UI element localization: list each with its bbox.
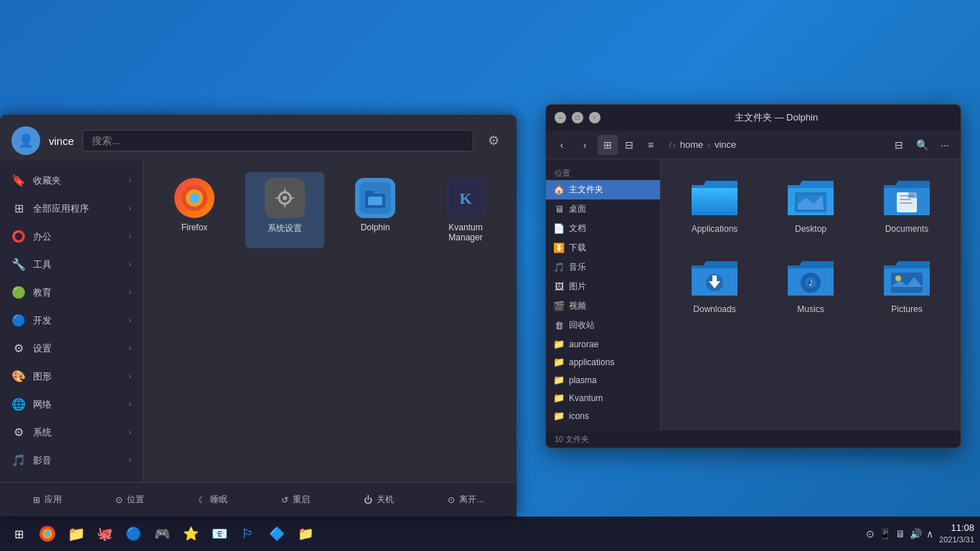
taskbar-dolphin-icon[interactable]: 📁 bbox=[293, 521, 319, 547]
tray-expand-icon[interactable]: ∧ bbox=[926, 528, 933, 540]
folder-item-downloads[interactable]: Downloads bbox=[672, 251, 757, 320]
taskbar-game-icon[interactable]: 🎮 bbox=[149, 521, 175, 547]
system-tray: ⊙ 📱 🖥 🔊 ∧ bbox=[866, 528, 933, 540]
sidebar-item-all-apps[interactable]: ⊞ 全部应用程序 › bbox=[0, 194, 143, 222]
close-button[interactable]: ✕ bbox=[589, 112, 600, 123]
nav-item-plasma[interactable]: 📁 plasma bbox=[546, 371, 660, 389]
nav-item-pictures[interactable]: 🖼 图片 bbox=[546, 277, 660, 296]
footer-logout-button[interactable]: ⊙ 离开... bbox=[440, 489, 491, 510]
status-text: 10 文件夹 bbox=[555, 434, 589, 445]
svg-rect-13 bbox=[365, 191, 374, 195]
minimize-button[interactable]: − bbox=[555, 112, 566, 123]
nav-item-documents[interactable]: 📄 文档 bbox=[546, 219, 660, 238]
taskbar-files-icon[interactable]: 📁 bbox=[63, 521, 89, 547]
app-item-kvantum[interactable]: K Kvantum Manager bbox=[426, 172, 505, 248]
nav-item-applications[interactable]: 📁 applications bbox=[546, 353, 660, 371]
nav-item-desktop[interactable]: 🖥 桌面 bbox=[546, 199, 660, 219]
avatar: 👤 bbox=[11, 126, 40, 155]
nav-item-downloads[interactable]: ⏬ 下载 bbox=[546, 238, 660, 258]
tray-circle-icon[interactable]: ⊙ bbox=[866, 528, 875, 540]
search-button[interactable]: 🔍 bbox=[912, 135, 932, 155]
footer-sleep-button[interactable]: ☾ 睡眠 bbox=[191, 489, 235, 510]
search-input[interactable] bbox=[83, 130, 473, 151]
folder-item-desktop[interactable]: Desktop bbox=[768, 171, 853, 240]
taskbar-firefox-icon[interactable] bbox=[34, 521, 60, 547]
dolphin-sidebar: 位置 🏠 主文件夹 🖥 桌面 📄 文档 ⏬ 下载 � bbox=[546, 159, 661, 430]
folder-item-documents[interactable]: Documents bbox=[864, 171, 949, 240]
footer-apps-button[interactable]: ⊞ 应用 bbox=[26, 489, 69, 510]
more-button[interactable]: ··· bbox=[935, 135, 955, 155]
launcher-sidebar: 🔖 收藏夹 › ⊞ 全部应用程序 › ⭕ 办公 › 🔧 工具 › bbox=[0, 161, 143, 482]
sidebar-item-system[interactable]: ⚙ 系统 › bbox=[0, 418, 143, 446]
app-launcher: 👤 vince ⚙ 🔖 收藏夹 › ⊞ 全部应用程序 › bbox=[0, 115, 517, 517]
icon-view-button[interactable]: ⊞ bbox=[598, 135, 618, 155]
nav-item-trash[interactable]: 🗑 回收站 bbox=[546, 316, 660, 335]
split-view-button[interactable]: ⊟ bbox=[889, 135, 909, 155]
app-item-firefox[interactable]: Firefox bbox=[155, 172, 234, 248]
nav-item-music[interactable]: 🎵 音乐 bbox=[546, 258, 660, 277]
compact-view-button[interactable]: ⊟ bbox=[619, 135, 639, 155]
svg-rect-24 bbox=[712, 276, 717, 284]
forward-button[interactable]: › bbox=[575, 135, 595, 155]
app-item-dolphin[interactable]: Dolphin bbox=[336, 172, 415, 248]
taskbar-start-button[interactable]: ⊞ bbox=[6, 521, 32, 547]
tray-phone-icon[interactable]: 📱 bbox=[879, 528, 891, 540]
sidebar-item-media[interactable]: 🎵 影音 › bbox=[0, 446, 143, 474]
folder-grid: Applications Desktop bbox=[672, 171, 949, 320]
nav-item-videos[interactable]: 🎬 视频 bbox=[546, 296, 660, 316]
restart-icon: ↺ bbox=[281, 495, 288, 505]
taskbar-discover-icon[interactable]: 🔵 bbox=[121, 521, 146, 547]
breadcrumb-home[interactable]: home bbox=[677, 138, 707, 151]
arrow-icon: › bbox=[129, 372, 131, 380]
datetime-display: 11:08 2021/3/31 bbox=[939, 522, 974, 545]
arrow-icon: › bbox=[129, 288, 131, 296]
breadcrumb-vince[interactable]: vince bbox=[712, 138, 739, 151]
folder-label-downloads: Downloads bbox=[693, 304, 735, 314]
sidebar-item-education[interactable]: 🟢 教育 › bbox=[0, 278, 143, 306]
arrow-icon: › bbox=[129, 344, 131, 352]
nav-item-aurorae[interactable]: 📁 aurorae bbox=[546, 335, 660, 353]
window-controls: − □ ✕ bbox=[555, 112, 600, 123]
bookmark-icon: 🔖 bbox=[11, 174, 26, 187]
nav-item-kvantum[interactable]: 📁 Kvantum bbox=[546, 389, 660, 407]
nav-item-home[interactable]: 🏠 主文件夹 bbox=[546, 180, 660, 199]
launcher-main: Firefox bbox=[143, 161, 517, 482]
videos-icon: 🎬 bbox=[553, 301, 565, 311]
nav-item-icons1[interactable]: 📁 icons bbox=[546, 407, 660, 425]
folder-label-documents: Documents bbox=[885, 224, 929, 234]
taskbar-inkscape-icon[interactable]: 🔷 bbox=[264, 521, 290, 547]
sidebar-item-tools[interactable]: 🔧 工具 › bbox=[0, 250, 143, 278]
launcher-settings-button[interactable]: ⚙ bbox=[482, 129, 505, 152]
arrow-icon: › bbox=[129, 428, 131, 436]
sidebar-item-favorites[interactable]: 🔖 收藏夹 › bbox=[0, 166, 143, 194]
nav-item-icons2[interactable]: 📁 icons bbox=[546, 425, 660, 430]
folder-item-pictures[interactable]: Pictures bbox=[864, 251, 949, 320]
taskbar-flag-icon[interactable]: 🏳 bbox=[235, 521, 261, 547]
footer-location-button[interactable]: ⊙ 位置 bbox=[108, 489, 151, 510]
app-item-system-settings[interactable]: 系统设置 bbox=[245, 172, 324, 248]
folder-item-applications[interactable]: Applications bbox=[672, 171, 757, 240]
system-settings-icon bbox=[265, 178, 305, 218]
taskbar-github-icon[interactable]: 🐙 bbox=[92, 521, 118, 547]
list-view-button[interactable]: ≡ bbox=[641, 135, 661, 155]
svg-rect-21 bbox=[900, 202, 913, 204]
back-button[interactable]: ‹ bbox=[552, 135, 572, 155]
time-display: 11:08 bbox=[939, 522, 974, 534]
tray-monitor-icon[interactable]: 🖥 bbox=[895, 528, 905, 540]
folder-icon-desktop bbox=[785, 176, 837, 220]
tray-volume-icon[interactable]: 🔊 bbox=[910, 528, 922, 540]
taskbar-star-icon[interactable]: ⭐ bbox=[178, 521, 204, 547]
footer-shutdown-button[interactable]: ⏻ 关机 bbox=[357, 489, 401, 510]
folder-item-musics[interactable]: ♪ Musics bbox=[768, 251, 853, 320]
desktop: 👤 vince ⚙ 🔖 收藏夹 › ⊞ 全部应用程序 › bbox=[0, 0, 980, 551]
maximize-button[interactable]: □ bbox=[572, 112, 583, 123]
sidebar-item-network[interactable]: 🌐 网络 › bbox=[0, 390, 143, 418]
taskbar-mail-icon[interactable]: 📧 bbox=[207, 521, 232, 547]
launcher-footer: ⊞ 应用 ⊙ 位置 ☾ 睡眠 ↺ 重启 ⏻ 关机 ⊙ 离开... bbox=[0, 482, 517, 517]
sidebar-item-dev[interactable]: 🔵 开发 › bbox=[0, 306, 143, 334]
svg-point-33 bbox=[44, 531, 50, 537]
sidebar-item-settings[interactable]: ⚙ 设置 › bbox=[0, 334, 143, 362]
footer-restart-button[interactable]: ↺ 重启 bbox=[274, 489, 317, 510]
sidebar-item-office[interactable]: ⭕ 办公 › bbox=[0, 222, 143, 250]
sidebar-item-graphics[interactable]: 🎨 图形 › bbox=[0, 362, 143, 390]
